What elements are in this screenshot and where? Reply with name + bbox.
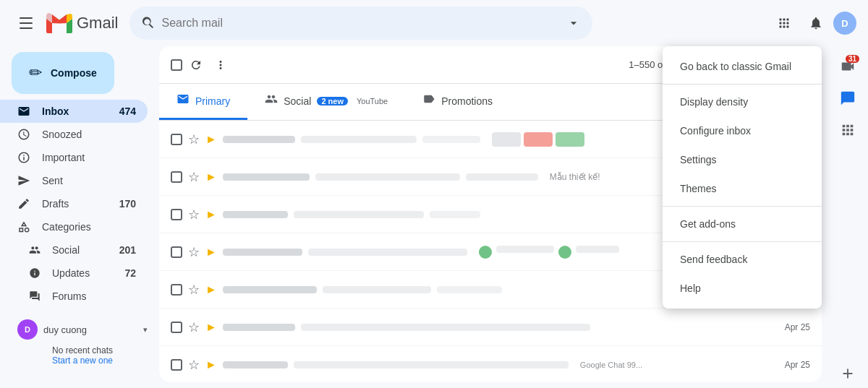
chat-user-row[interactable]: D duy cuong ▾ xyxy=(17,319,148,340)
email-preview xyxy=(223,324,779,331)
sidebar-item-forums[interactable]: Forums xyxy=(0,285,148,308)
important-icon xyxy=(17,151,30,164)
chat-button[interactable] xyxy=(833,84,862,113)
social-badge: 201 xyxy=(119,244,136,256)
important-button[interactable]: ► xyxy=(205,133,217,146)
avatar[interactable]: D xyxy=(833,12,856,35)
search-dropdown-icon[interactable] xyxy=(566,16,581,30)
email-checkbox[interactable] xyxy=(171,359,182,371)
select-all-checkbox[interactable] xyxy=(171,59,182,71)
help-item[interactable]: Help xyxy=(663,274,822,303)
search-input[interactable] xyxy=(161,17,561,30)
settings-dropdown: Go back to classic Gmail Display density… xyxy=(663,46,822,309)
chat-username: duy cuong xyxy=(43,324,87,335)
notifications-button[interactable] xyxy=(801,9,830,38)
email-checkbox[interactable] xyxy=(171,209,182,220)
hamburger-menu-button[interactable] xyxy=(12,9,41,38)
chat-user-avatar: D xyxy=(17,319,38,340)
inbox-badge: 474 xyxy=(119,105,136,117)
sidebar-item-drafts[interactable]: Drafts 170 xyxy=(0,192,148,215)
go-back-classic-item[interactable]: Go back to classic Gmail xyxy=(663,52,822,81)
important-button[interactable]: ► xyxy=(205,246,217,259)
star-button[interactable]: ☆ xyxy=(188,319,200,335)
drafts-badge: 170 xyxy=(119,198,136,210)
table-row[interactable]: ☆ ► Google Chat 99... Apr 25 xyxy=(159,346,822,382)
display-density-item[interactable]: Display density xyxy=(663,87,822,116)
important-button[interactable]: ► xyxy=(205,321,217,334)
get-add-ons-item[interactable]: Get add-ons xyxy=(663,210,822,238)
social-tab-icon xyxy=(265,92,278,109)
sidebar-item-categories[interactable]: Categories xyxy=(0,215,148,238)
social-tab-badge: 2 new xyxy=(317,97,348,105)
important-button[interactable]: ► xyxy=(205,171,217,184)
star-button[interactable]: ☆ xyxy=(188,282,200,298)
meet-button[interactable]: 31 xyxy=(833,52,862,81)
compose-plus-icon: ✏ xyxy=(29,64,42,82)
sidebar-item-updates[interactable]: Updates 72 xyxy=(0,262,148,285)
sidebar-item-sent[interactable]: Sent xyxy=(0,169,148,192)
tab-social[interactable]: Social 2 new YouTube xyxy=(247,84,405,120)
settings-item[interactable]: Settings xyxy=(663,145,822,174)
tab-promotions[interactable]: Promotions xyxy=(405,84,510,120)
categories-icon xyxy=(17,220,30,233)
email-date: Apr 25 xyxy=(785,322,810,332)
social-label: Social xyxy=(52,244,108,256)
email-checkbox[interactable] xyxy=(171,134,182,145)
email-checkbox[interactable] xyxy=(171,246,182,258)
chat-section: D duy cuong ▾ No recent chats Start a ne… xyxy=(0,319,159,366)
star-button[interactable]: ☆ xyxy=(188,169,200,185)
sidebar-item-snoozed[interactable]: Snoozed xyxy=(0,123,148,146)
hamburger-icon xyxy=(20,17,33,29)
gmail-logo: Gmail xyxy=(46,13,118,33)
add-button[interactable] xyxy=(833,359,862,388)
email-preview: Google Chat 99... xyxy=(223,361,779,369)
email-checkbox[interactable] xyxy=(171,171,182,183)
sidebar-item-inbox[interactable]: Inbox 474 xyxy=(0,100,148,123)
email-checkbox[interactable] xyxy=(171,284,182,296)
updates-icon xyxy=(29,267,41,279)
important-button[interactable]: ► xyxy=(205,358,217,371)
snoozed-label: Snoozed xyxy=(42,129,136,140)
sidebar: ✏ Compose Inbox 474 Snoozed Important xyxy=(0,46,159,388)
star-button[interactable]: ☆ xyxy=(188,244,200,260)
sent-label: Sent xyxy=(42,175,136,186)
no-recent-chats: No recent chats Start a new one xyxy=(17,345,148,366)
refresh-button[interactable] xyxy=(185,54,207,76)
star-button[interactable]: ☆ xyxy=(188,357,200,373)
social-tab-label: Social xyxy=(284,95,311,107)
start-new-chat[interactable]: Start a new one xyxy=(17,355,148,366)
inbox-icon xyxy=(17,105,30,118)
spaces-button[interactable] xyxy=(833,116,862,145)
email-checkbox[interactable] xyxy=(171,322,182,333)
send-feedback-item[interactable]: Send feedback xyxy=(663,245,822,274)
promotions-tab-icon xyxy=(422,92,435,109)
drafts-icon xyxy=(17,197,30,210)
forums-label: Forums xyxy=(52,290,136,302)
important-label: Important xyxy=(42,152,136,163)
snoozed-icon xyxy=(17,128,30,141)
topbar-right: D xyxy=(770,9,856,38)
chat-dropdown-icon: ▾ xyxy=(143,325,148,335)
table-row[interactable]: ☆ ► Apr 25 xyxy=(159,309,822,346)
right-sidebar: 31 xyxy=(827,46,868,388)
gmail-logo-svg xyxy=(46,13,72,33)
categories-label: Categories xyxy=(42,221,136,233)
apps-button[interactable] xyxy=(770,9,799,38)
sidebar-item-important[interactable]: Important xyxy=(0,146,148,169)
promotions-tab-label: Promotions xyxy=(441,95,493,107)
configure-inbox-item[interactable]: Configure inbox xyxy=(663,116,822,145)
dropdown-divider-1 xyxy=(663,84,822,85)
meet-badge: 31 xyxy=(846,55,859,63)
themes-item[interactable]: Themes xyxy=(663,174,822,203)
important-button[interactable]: ► xyxy=(205,283,217,296)
more-options-button[interactable] xyxy=(210,54,231,76)
important-button[interactable]: ► xyxy=(205,208,217,221)
inbox-label: Inbox xyxy=(42,105,108,117)
star-button[interactable]: ☆ xyxy=(188,207,200,223)
tab-primary[interactable]: Primary xyxy=(159,84,247,120)
star-button[interactable]: ☆ xyxy=(188,132,200,147)
sidebar-item-social[interactable]: Social 201 xyxy=(0,238,148,262)
forums-icon xyxy=(29,290,41,302)
gmail-text: Gmail xyxy=(77,14,118,33)
compose-button[interactable]: ✏ Compose xyxy=(12,52,114,94)
